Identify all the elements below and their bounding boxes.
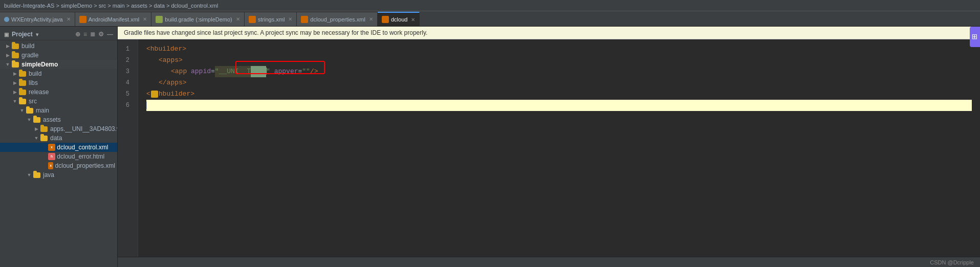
sidebar-item-simpleDemo[interactable]: ▼ simpleDemo: [0, 60, 117, 69]
tab-build-close[interactable]: ✕: [236, 16, 240, 22]
line-num-1: 1: [118, 43, 134, 55]
code-content[interactable]: <hbuilder> <apps> <app appid = "__UNI__T…: [138, 39, 980, 257]
tab-wx[interactable]: WXEntryActivity.java ✕: [0, 12, 75, 26]
sidebar-item-libs[interactable]: ▶ libs: [0, 78, 117, 87]
tab-manifest-close[interactable]: ✕: [143, 16, 147, 22]
code-app-open: <app: [171, 66, 191, 77]
sidebar-item-main[interactable]: ▼ main: [0, 106, 117, 115]
sidebar-item-main-label: main: [36, 107, 49, 114]
line-numbers: 1 2 3 4 5 6: [118, 39, 138, 257]
settings-icon[interactable]: ⚙: [98, 31, 104, 38]
tab-build-label: build.gradle (:simpleDemo): [165, 16, 232, 23]
line-num-5: 5: [118, 88, 134, 100]
sidebar-item-assets-label: assets: [43, 116, 61, 123]
status-bar: CSDN @Dcripple: [118, 257, 980, 267]
tab-dcloud-prop-label: dcloud_properties.xml: [310, 16, 365, 23]
sidebar: ▣ Project ▾ ⊕ ≡ ≣ ⚙ — ▶ build ▶ gradle ▼: [0, 27, 118, 267]
code-appid-redacted: ████: [251, 66, 266, 77]
tab-build[interactable]: build.gradle (:simpleDemo) ✕: [151, 12, 244, 26]
code-line-1: <hbuilder>: [146, 43, 972, 55]
code-tag-5b: hbuilder>: [159, 88, 194, 100]
code-appid-end: ": [266, 66, 270, 77]
sidebar-item-libs-label: libs: [29, 79, 38, 86]
breadcrumb-bar: builder-Integrate-AS > simpleDemo > src …: [0, 0, 980, 11]
tab-dcloud-ctrl[interactable]: dcloud ✕: [378, 12, 420, 26]
dcloud-control-file-icon: x: [48, 144, 55, 151]
notification-text: Gradle files have changed since last pro…: [124, 29, 427, 36]
sidebar-item-gradle[interactable]: ▶ gradle: [0, 51, 117, 60]
sidebar-item-simpleDemo-label: simpleDemo: [21, 61, 58, 68]
sidebar-item-apps-www-label: apps.__UNI__3AD4803.www: [50, 125, 118, 132]
tab-strings-label: strings.xml: [258, 16, 285, 23]
sidebar-item-dcloud-control-label: dcloud_control.xml: [57, 144, 108, 151]
tab-dcloud-prop-close[interactable]: ✕: [369, 16, 373, 22]
code-eq-1: =: [211, 66, 215, 77]
tab-manifest-label: AndroidManifest.xml: [89, 16, 140, 23]
code-appver-value: "": [302, 66, 310, 77]
sidebar-item-src[interactable]: ▼ src: [0, 97, 117, 106]
dcloud-error-file-icon: h: [48, 153, 55, 160]
tab-wx-label: WXEntryActivity.java: [11, 16, 63, 23]
sidebar-item-release[interactable]: ▶ release: [0, 87, 117, 97]
line-num-4: 4: [118, 77, 134, 88]
code-line-6: [146, 100, 972, 111]
sync-icon[interactable]: ⊕: [75, 31, 80, 38]
sidebar-title: Project: [12, 31, 33, 38]
sidebar-item-java[interactable]: ▼ java: [0, 170, 117, 180]
sidebar-header: ▣ Project ▾ ⊕ ≡ ≣ ⚙ —: [0, 29, 117, 40]
expand-icon[interactable]: ≣: [90, 31, 95, 38]
sidebar-item-build-root-label: build: [21, 42, 34, 50]
code-tag-2: <apps>: [159, 55, 183, 66]
main-content: ▣ Project ▾ ⊕ ≡ ≣ ⚙ — ▶ build ▶ gradle ▼: [0, 27, 980, 267]
tab-strings[interactable]: strings.xml ✕: [245, 12, 297, 26]
side-panel-icon: ⊞: [971, 34, 979, 40]
editor-cursor: [146, 102, 147, 109]
tab-dcloud-ctrl-label: dcloud: [391, 16, 407, 23]
editor-area: Gradle files have changed since last pro…: [118, 27, 980, 267]
tab-dcloud-prop[interactable]: dcloud_properties.xml ✕: [297, 12, 378, 26]
sidebar-item-build-inner[interactable]: ▶ build: [0, 69, 117, 78]
code-tag-1: <hbuilder>: [146, 43, 186, 55]
tab-manifest[interactable]: AndroidManifest.xml ✕: [75, 12, 152, 26]
sidebar-item-assets[interactable]: ▼ assets: [0, 115, 117, 124]
line-num-3: 3: [118, 66, 134, 77]
sidebar-item-src-label: src: [29, 98, 37, 105]
sidebar-item-build-inner-label: build: [29, 70, 41, 77]
code-tag-5: <: [146, 88, 150, 100]
sidebar-item-dcloud-properties-label: dcloud_properties.xml: [55, 162, 115, 169]
line-num-6: 6: [118, 100, 134, 111]
breadcrumb: builder-Integrate-AS > simpleDemo > src …: [4, 3, 218, 9]
sidebar-header-icons: ⊕ ≡ ≣ ⚙ —: [75, 31, 113, 38]
code-attr-appid: appid: [191, 66, 211, 77]
status-text: CSDN @Dcripple: [930, 259, 974, 265]
tab-strings-close[interactable]: ✕: [288, 16, 292, 22]
sidebar-item-data[interactable]: ▼ data: [0, 134, 117, 143]
sidebar-item-build-root[interactable]: ▶ build: [0, 41, 117, 51]
sidebar-item-java-label: java: [43, 171, 54, 179]
collapse-icon[interactable]: ≡: [83, 31, 87, 38]
code-appid-value: "__UNI__T: [215, 66, 251, 77]
close-sidebar-icon[interactable]: —: [107, 31, 113, 38]
sidebar-item-dcloud-control[interactable]: x dcloud_control.xml: [0, 143, 117, 152]
warning-icon: [151, 91, 158, 98]
tab-bar: WXEntryActivity.java ✕ AndroidManifest.x…: [0, 11, 980, 27]
code-line-5: < hbuilder>: [146, 88, 972, 100]
sidebar-item-gradle-label: gradle: [21, 52, 38, 59]
code-tag-4: </apps>: [159, 77, 187, 88]
sidebar-item-dcloud-error[interactable]: h dcloud_error.html: [0, 152, 117, 161]
sidebar-item-data-label: data: [50, 135, 62, 142]
side-panel-button[interactable]: ⊞: [970, 27, 980, 47]
code-space-1: [270, 66, 274, 77]
code-line-4: </apps>: [146, 77, 972, 88]
code-editor[interactable]: 1 2 3 4 5 6 <hbuilder> <apps>: [118, 39, 980, 257]
sidebar-item-apps-www[interactable]: ▶ apps.__UNI__3AD4803.www: [0, 124, 117, 134]
code-attr-appver: appver: [274, 66, 298, 77]
sidebar-item-dcloud-properties[interactable]: x dcloud_properties.xml: [0, 161, 117, 170]
code-line-3: <app appid = "__UNI__T ████ " appver = "…: [146, 66, 972, 77]
sidebar-item-dcloud-error-label: dcloud_error.html: [57, 153, 104, 160]
dcloud-properties-file-icon: x: [48, 162, 53, 169]
line-num-2: 2: [118, 55, 134, 66]
tab-wx-close[interactable]: ✕: [67, 16, 71, 22]
code-line-2: <apps>: [146, 55, 972, 66]
tab-dcloud-ctrl-close[interactable]: ✕: [411, 17, 415, 23]
